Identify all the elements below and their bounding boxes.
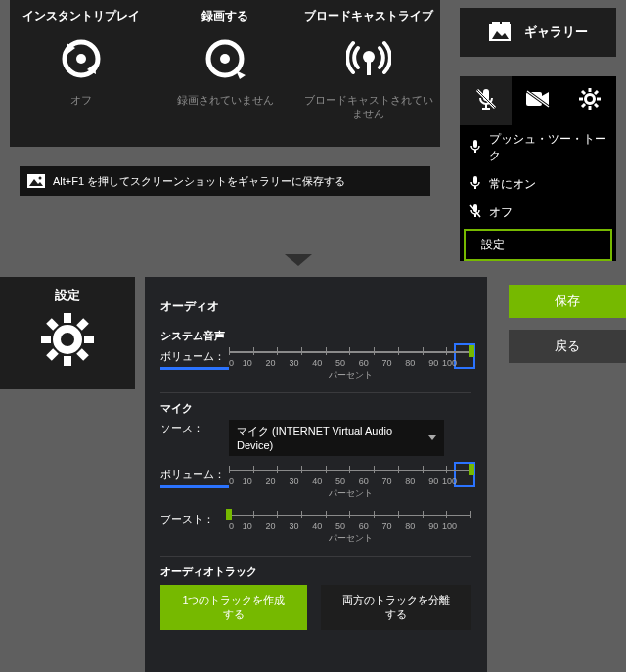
svg-point-7 xyxy=(363,51,375,63)
settings-category-label: 設定 xyxy=(0,287,135,304)
mic-boost-label: ブースト： xyxy=(160,511,229,527)
svg-point-1 xyxy=(76,54,86,64)
gallery-button[interactable]: ギャラリー xyxy=(460,8,616,57)
svg-point-25 xyxy=(586,95,595,104)
tile-status: 録画されていません xyxy=(154,93,297,120)
mic-mode-label: オフ xyxy=(489,204,513,221)
svg-rect-39 xyxy=(474,214,476,217)
broadcast-icon xyxy=(296,24,440,93)
svg-line-46 xyxy=(49,321,56,328)
tile-broadcast[interactable]: ブロードキャストライブ ブロードキャストされていません xyxy=(296,8,440,120)
tile-record[interactable]: 録画する 録画されていません xyxy=(154,8,297,120)
mic-mode-off[interactable]: オフ xyxy=(460,199,616,227)
mic-mode-always[interactable]: 常にオン xyxy=(460,170,616,199)
arrow-down-icon xyxy=(285,254,312,266)
svg-point-5 xyxy=(220,54,230,64)
overlay-sidebar: ギャラリー プッシュ・ツー・トーク 常にオン オフ 設定 xyxy=(460,8,616,263)
tab-mic[interactable] xyxy=(460,76,512,125)
single-track-button[interactable]: 1つのトラックを作成する xyxy=(160,585,307,630)
back-button[interactable]: 戻る xyxy=(509,330,626,363)
mic-mode-label: 常にオン xyxy=(489,176,536,193)
svg-marker-6 xyxy=(236,70,246,79)
mic-source-label: ソース： xyxy=(160,420,229,436)
screenshot-tip[interactable]: Alt+F1 を押してスクリーンショットをギャラリーに保存する xyxy=(20,166,430,196)
tile-title: 録画する xyxy=(154,8,297,24)
save-button[interactable]: 保存 xyxy=(509,285,626,318)
svg-line-30 xyxy=(582,91,585,94)
mic-volume-slider[interactable]: 0102030405060708090100パーセント xyxy=(229,466,471,501)
mic-off-icon xyxy=(470,204,481,221)
tab-camera[interactable] xyxy=(512,76,563,125)
instant-replay-icon xyxy=(10,24,154,93)
mic-muted-icon xyxy=(474,87,498,114)
mic-settings[interactable]: 設定 xyxy=(464,229,612,261)
svg-line-33 xyxy=(595,91,598,94)
mic-settings-label: 設定 xyxy=(481,237,505,253)
screenshot-tip-text: Alt+F1 を押してスクリーンショットをギャラリーに保存する xyxy=(53,174,345,189)
mic-mode-label: プッシュ・ツー・トーク xyxy=(489,131,606,164)
mic-section-label: マイク xyxy=(160,401,471,416)
system-volume-slider[interactable]: 0102030405060708090100パーセント xyxy=(229,347,471,382)
svg-line-32 xyxy=(582,104,585,107)
mic-mode-ptt[interactable]: プッシュ・ツー・トーク xyxy=(460,125,616,170)
record-icon xyxy=(154,24,297,93)
mic-volume-label: ボリューム： xyxy=(160,466,229,488)
gallery-icon xyxy=(489,22,514,44)
tab-settings[interactable] xyxy=(564,76,616,125)
gear-large-icon xyxy=(38,355,97,372)
audio-track-label: オーディオトラック xyxy=(160,564,471,579)
tile-status: オフ xyxy=(10,93,154,120)
gallery-label: ギャラリー xyxy=(524,23,588,41)
svg-rect-8 xyxy=(367,62,371,75)
mic-icon xyxy=(470,140,481,157)
svg-rect-14 xyxy=(502,22,510,25)
svg-line-48 xyxy=(49,351,56,358)
svg-line-49 xyxy=(79,321,86,328)
mic-icon xyxy=(470,176,481,193)
system-sound-label: システム音声 xyxy=(160,329,471,343)
overlay-panel: インスタントリプレイ オフ 録画する 録画されていません ブロードキャストライブ… xyxy=(10,0,440,147)
tile-title: インスタントリプレイ xyxy=(10,8,154,24)
settings-page: 設定 オーディオ システム音声 ボリューム： 01020304050607080… xyxy=(0,277,626,672)
split-track-button[interactable]: 両方のトラックを分離する xyxy=(321,585,471,630)
svg-rect-13 xyxy=(492,22,500,25)
system-volume-label: ボリューム： xyxy=(160,347,229,370)
panel-title: オーディオ xyxy=(160,298,471,315)
mic-source-value: マイク (INTERNET Virtual Audio Device) xyxy=(237,425,428,451)
svg-line-47 xyxy=(79,351,86,358)
camera-off-icon xyxy=(525,89,551,112)
audio-panel: オーディオ システム音声 ボリューム： 01020304050607080901… xyxy=(145,277,487,672)
gear-icon xyxy=(578,87,602,114)
overlay-tiles: インスタントリプレイ オフ 録画する 録画されていません ブロードキャストライブ… xyxy=(10,8,440,120)
svg-line-31 xyxy=(595,104,598,107)
svg-rect-37 xyxy=(474,186,476,189)
screenshot-icon xyxy=(27,174,45,188)
tile-title: ブロードキャストライブ xyxy=(296,8,440,24)
svg-rect-35 xyxy=(474,150,476,153)
svg-point-41 xyxy=(57,329,78,350)
mic-source-select[interactable]: マイク (INTERNET Virtual Audio Device) xyxy=(229,420,444,456)
tile-instant-replay[interactable]: インスタントリプレイ オフ xyxy=(10,8,154,120)
chevron-down-icon xyxy=(428,435,436,440)
tile-status: ブロードキャストされていません xyxy=(296,93,440,120)
mic-boost-slider[interactable]: 0102030405060708090100パーセント xyxy=(229,511,471,546)
settings-actions: 保存 戻る xyxy=(509,285,626,375)
svg-rect-18 xyxy=(482,108,490,110)
mic-menu: プッシュ・ツー・トーク 常にオン オフ 設定 xyxy=(460,76,616,261)
svg-rect-36 xyxy=(473,176,477,184)
settings-category[interactable]: 設定 xyxy=(0,277,135,389)
svg-rect-34 xyxy=(473,140,477,148)
svg-point-11 xyxy=(39,177,42,180)
